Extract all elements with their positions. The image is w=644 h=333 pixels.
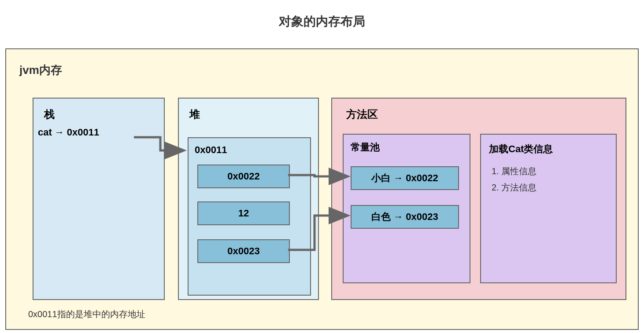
arrow-glyph: → xyxy=(55,127,64,138)
method-area-box: 方法区 常量池 小白 → 0x0022 白色 → 0x0023 加载Cat类信息… xyxy=(331,98,626,300)
const-address: 0x0022 xyxy=(406,172,438,184)
heap-object: 0x0011 0x0022 12 0x0023 xyxy=(188,137,311,296)
stack-title: 栈 xyxy=(44,107,55,121)
stack-box: 栈 cat → 0x0011 xyxy=(33,98,165,300)
stack-addr: 0x0011 xyxy=(67,127,99,138)
heap-field-2: 0x0023 xyxy=(197,239,290,263)
arrow-glyph: → xyxy=(393,172,403,184)
const-value: 白色 xyxy=(371,210,391,223)
footer-note: 0x0011指的是堆中的内存地址 xyxy=(28,308,145,320)
class-info-item-0: 1. 属性信息 xyxy=(492,165,605,177)
arrow-glyph: → xyxy=(393,211,403,223)
stack-entry: cat → 0x0011 xyxy=(38,127,99,138)
class-info-title: 加载Cat类信息 xyxy=(489,143,608,156)
diagram-title: 对象的内存布局 xyxy=(0,13,644,30)
class-info-box: 加载Cat类信息 1. 属性信息 2. 方法信息 xyxy=(480,134,617,283)
constant-pool-title: 常量池 xyxy=(351,141,380,154)
jvm-label: jvm内存 xyxy=(19,62,62,78)
heap-field-0: 0x0022 xyxy=(197,165,290,188)
const-address: 0x0023 xyxy=(406,211,438,223)
jvm-memory-container: jvm内存 栈 cat → 0x0011 堆 0x0011 0x0022 12 … xyxy=(5,48,639,330)
constant-entry-1: 白色 → 0x0023 xyxy=(351,205,459,229)
constant-pool-box: 常量池 小白 → 0x0022 白色 → 0x0023 xyxy=(343,134,470,283)
const-value: 小白 xyxy=(371,172,391,185)
method-area-title: 方法区 xyxy=(346,107,378,121)
heap-object-address: 0x0011 xyxy=(195,144,227,156)
stack-var: cat xyxy=(38,127,52,138)
heap-field-1: 12 xyxy=(197,201,290,225)
class-info-item-1: 2. 方法信息 xyxy=(492,182,605,194)
constant-entry-0: 小白 → 0x0022 xyxy=(351,166,459,190)
heap-title: 堆 xyxy=(189,107,200,121)
heap-box: 堆 0x0011 0x0022 12 0x0023 xyxy=(178,98,319,300)
